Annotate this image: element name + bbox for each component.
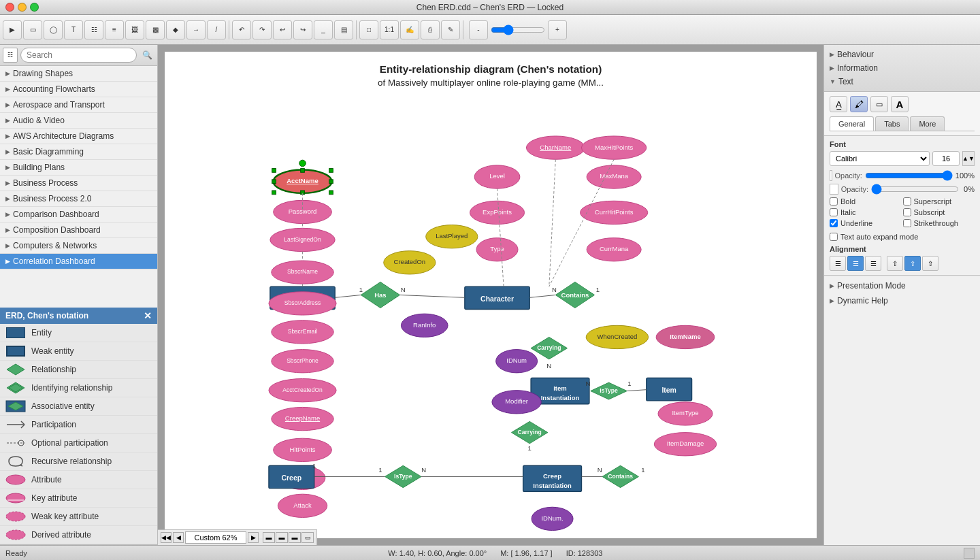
subscript-checkbox[interactable] <box>903 208 911 216</box>
erd-item-recursive[interactable]: Recursive relationship <box>0 452 157 471</box>
text-box-btn[interactable]: ▭ <box>870 96 888 112</box>
rect-tool[interactable]: ▭ <box>23 20 42 39</box>
strikethrough-checkbox[interactable] <box>903 219 911 227</box>
category-aerospace[interactable]: ▶ Aerospace and Transport <box>0 97 157 113</box>
category-building[interactable]: ▶ Building Plans <box>0 160 157 176</box>
search-icon[interactable]: 🔍 <box>140 48 154 63</box>
text-large-btn[interactable]: A <box>891 96 909 112</box>
print-tool[interactable]: ⎙ <box>421 20 440 39</box>
font-family-select[interactable]: Calibri <box>830 151 930 166</box>
font-size-stepper[interactable]: ▲▼ <box>962 151 975 166</box>
category-business2[interactable]: ▶ Business Process 2.0 <box>0 191 157 207</box>
canvas[interactable]: Entity-relationship diagram (Chen's nota… <box>165 52 817 538</box>
align-left-btn[interactable]: ☰ <box>830 256 846 271</box>
tab-tabs[interactable]: Tabs <box>875 116 909 131</box>
erd-item-associative[interactable]: Associative entity <box>0 397 157 416</box>
erd-item-weak-key[interactable]: Weak key attribute <box>0 508 157 526</box>
align-bottom-btn[interactable]: ⇧ <box>922 256 938 271</box>
auto-expand-checkbox[interactable] <box>830 233 838 241</box>
font-size-input[interactable] <box>932 151 960 166</box>
maximize-button[interactable] <box>30 3 39 12</box>
category-basic[interactable]: ▶ Basic Diagramming <box>0 144 157 160</box>
view-mode-1[interactable]: ▬ <box>263 532 275 543</box>
align-middle-btn[interactable]: ⇧ <box>904 256 921 271</box>
superscript-checkbox[interactable] <box>903 197 911 205</box>
category-aws[interactable]: ▶ AWS Architecture Diagrams <box>0 129 157 144</box>
tab-more[interactable]: More <box>910 116 945 131</box>
redo-btn[interactable]: ↪ <box>293 20 312 39</box>
section-information[interactable]: ▶ Information <box>830 61 975 75</box>
zoom-in-btn[interactable]: + <box>548 20 567 39</box>
page-prev-btn[interactable]: ◀ <box>173 532 184 543</box>
bold-checkbox[interactable] <box>830 197 838 205</box>
view-mode-4[interactable]: ▭ <box>301 532 314 543</box>
curve-tool[interactable]: ↶ <box>232 20 251 39</box>
align-top-btn[interactable]: ⇧ <box>887 256 903 271</box>
search-input[interactable] <box>20 48 137 63</box>
presentation-mode-option[interactable]: ▶ Presentation Mode <box>824 278 980 293</box>
line-tool[interactable]: / <box>207 20 226 39</box>
erd-item-derived[interactable]: Derived attribute <box>0 526 157 544</box>
erd-item-weak-entity[interactable]: Weak entity <box>0 342 157 361</box>
tab-general[interactable]: General <box>830 116 874 131</box>
view-mode-2[interactable]: ▬ <box>276 532 288 543</box>
section-behaviour[interactable]: ▶ Behaviour <box>830 48 975 61</box>
grid-view-btn[interactable]: ☷ <box>3 48 18 63</box>
minimize-button[interactable] <box>18 3 27 12</box>
category-accounting[interactable]: ▶ Accounting Flowcharts <box>0 82 157 97</box>
rotation-handle[interactable] <box>299 160 306 167</box>
select-tool[interactable]: ▶ <box>3 20 22 39</box>
opacity-slider-2[interactable] <box>871 185 959 193</box>
align-center-btn[interactable]: ☰ <box>847 256 864 271</box>
resize-handle[interactable] <box>964 548 975 559</box>
underline-checkbox[interactable] <box>830 219 838 227</box>
zoom-slider[interactable] <box>491 25 545 35</box>
section-text[interactable]: ▼ Text <box>830 75 975 88</box>
opacity-slider-1[interactable] <box>865 171 953 180</box>
page-start-btn[interactable]: ◀◀ <box>161 532 172 543</box>
category-business[interactable]: ▶ Business Process <box>0 176 157 191</box>
image-tool[interactable]: 🖼 <box>125 20 144 39</box>
erd-item-participation[interactable]: Participation <box>0 416 157 434</box>
erd-item-key-attr[interactable]: Key attribute <box>0 489 157 508</box>
zoom-actual-tool[interactable]: 1:1 <box>380 20 399 39</box>
category-composition[interactable]: ▶ Composition Dashboard <box>0 223 157 238</box>
align-right-btn[interactable]: ☰ <box>865 256 881 271</box>
bezier-tool[interactable]: ↷ <box>252 20 272 39</box>
text-tool[interactable]: T <box>64 20 83 39</box>
color-box-1[interactable] <box>830 170 832 181</box>
erd-item-optional[interactable]: Optional participation <box>0 434 157 452</box>
undo-btn[interactable]: ↩ <box>273 20 292 39</box>
erd-item-attribute[interactable]: Attribute <box>0 471 157 489</box>
arrow-tool[interactable]: → <box>186 20 206 39</box>
chart-tool[interactable]: ▩ <box>146 20 165 39</box>
text-highlight-btn[interactable]: 🖍 <box>850 96 868 112</box>
zoom-out-btn[interactable]: - <box>469 20 488 39</box>
view-mode-3[interactable]: ▬ <box>289 532 301 543</box>
shape-tool[interactable]: ◆ <box>166 20 185 39</box>
close-button[interactable] <box>5 3 14 12</box>
erd-header[interactable]: ERD, Chen's notation ✕ <box>0 308 157 324</box>
category-computers[interactable]: ▶ Computers & Networks <box>0 238 157 254</box>
canvas-area[interactable]: Entity-relationship diagram (Chen's nota… <box>158 45 823 545</box>
erd-item-identifying[interactable]: Identifying relationship <box>0 379 157 397</box>
zoom-fit-tool[interactable]: □ <box>359 20 378 39</box>
pen-tool[interactable]: ✎ <box>441 20 460 39</box>
ellipse-tool[interactable]: ◯ <box>44 20 63 39</box>
category-drawing-shapes[interactable]: ▶ Drawing Shapes <box>0 66 157 82</box>
category-correlation[interactable]: ▶ Correlation Dashboard <box>0 254 157 269</box>
connector-tool[interactable]: ⎯ <box>314 20 333 39</box>
list-tool[interactable]: ≡ <box>105 20 124 39</box>
table-tool[interactable]: ☷ <box>84 20 103 39</box>
erd-item-relationship[interactable]: Relationship <box>0 361 157 379</box>
category-audio[interactable]: ▶ Audio & Video <box>0 113 157 129</box>
page-next-btn[interactable]: ▶ <box>248 532 259 543</box>
erd-item-entity[interactable]: Entity <box>0 324 157 342</box>
waypoint-tool[interactable]: ▤ <box>334 20 353 39</box>
erd-close-btn[interactable]: ✕ <box>144 310 152 321</box>
text-color-btn[interactable]: A̲ <box>830 96 847 112</box>
italic-checkbox[interactable] <box>830 208 838 216</box>
hand-tool[interactable]: ✍ <box>400 20 419 39</box>
color-box-2[interactable] <box>830 184 838 195</box>
category-comparison[interactable]: ▶ Comparison Dashboard <box>0 207 157 223</box>
